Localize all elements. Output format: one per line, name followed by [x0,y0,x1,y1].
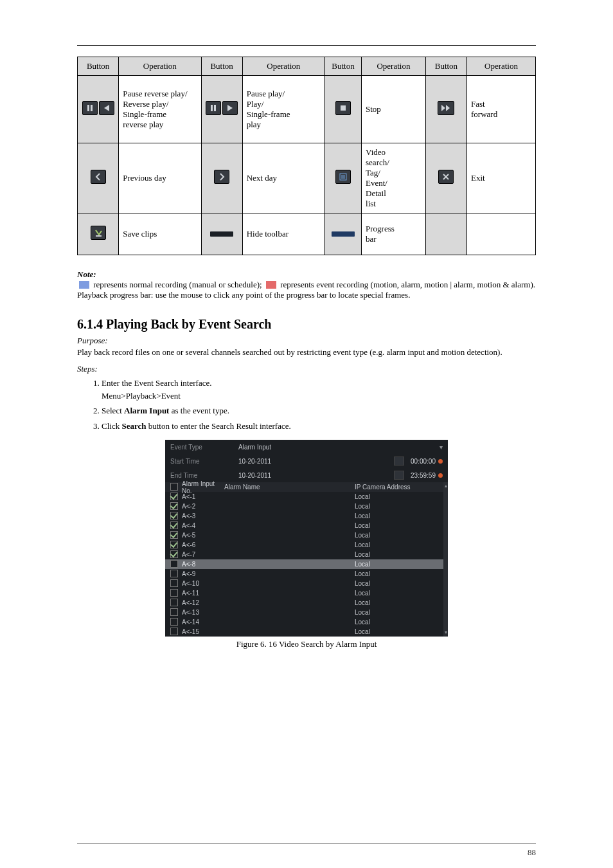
ip-address: Local [355,590,438,597]
table-row[interactable]: A<-1Local [165,492,443,502]
reverse-play-icon[interactable] [99,101,114,115]
ip-address: Local [355,609,438,616]
table-row[interactable]: A<-11Local [165,588,443,598]
alarm-no: A<-4 [182,522,220,529]
note-line-2: Playback progress bar: use the mouse to … [77,290,410,300]
row-checkbox[interactable] [170,618,178,626]
row-checkbox[interactable] [170,599,178,606]
row-checkbox[interactable] [170,521,178,529]
row-checkbox[interactable] [170,608,178,616]
ip-address: Local [355,619,438,626]
progress-bar-icon-cell [325,213,362,255]
select-all-checkbox[interactable] [170,483,178,491]
alarm-no: A<-5 [182,532,220,539]
pause-icon[interactable] [206,101,221,115]
event-type-label: Event Type [170,444,235,451]
table-row[interactable]: A<-12Local [165,598,443,608]
step-2: Select Alarm Input as the event type. [102,404,536,417]
note-line-1: represents normal recording (manual or s… [77,280,535,289]
svg-rect-3 [211,105,213,111]
row-checkbox[interactable] [170,589,178,597]
note-label: Note: [77,269,96,279]
table-row[interactable]: A<-8Local [165,559,443,569]
calendar-icon[interactable] [394,457,404,466]
alarm-no: A<-9 [182,570,220,577]
hide-toolbar-icon-cell [201,213,242,255]
end-time-label: End Time [170,472,235,479]
page-bottom-rule [77,843,536,844]
svg-marker-8 [446,105,450,111]
desc-pause-play: Pause play/ Play/ Single-frame play [242,76,324,143]
row-checkbox[interactable] [170,628,178,635]
table-row[interactable]: A<-6Local [165,540,443,550]
table-row[interactable]: A<-7Local [165,550,443,559]
table-row[interactable]: A<-15Local [165,627,443,637]
stop-icon[interactable] [335,101,351,115]
desc-detail-list: Video search/ Tag/ Event/ Detail list [362,143,426,213]
step-3: Click Search button to enter the Search … [102,420,536,433]
controls-table: Button Operation Button Operation Button… [77,57,536,255]
row-checkbox[interactable] [170,502,178,510]
ip-address: Local [355,628,438,635]
th-op-4: Operation [467,57,536,76]
clock-icon[interactable] [438,473,443,478]
table-row[interactable]: A<-4Local [165,521,443,530]
desc-next-day: Next day [242,143,324,213]
purpose-text: Play back record files on one or several… [77,347,536,357]
desc-progress-bar: Progress bar [362,213,426,255]
desc-empty [467,213,536,255]
table-row[interactable]: A<-3Local [165,511,443,521]
th-op-2: Operation [242,57,324,76]
stop-icon-cell [325,76,362,143]
close-icon[interactable] [438,170,454,184]
row-checkbox[interactable] [170,550,178,558]
row-checkbox[interactable] [170,579,178,587]
ip-address: Local [355,599,438,606]
row-checkbox[interactable] [170,560,178,568]
swatch-normal-icon [79,281,89,289]
row-checkbox[interactable] [170,541,178,548]
progress-bar-icon[interactable] [332,231,355,237]
list-icon[interactable] [335,170,351,184]
detail-list-icon-cell [325,143,362,213]
table-row[interactable]: A<-10Local [165,579,443,588]
toolbar-bar-icon[interactable] [210,231,233,237]
ip-address: Local [355,551,438,558]
th-button-2: Button [201,57,242,76]
note-block: Note: represents normal recording (manua… [77,269,536,300]
ip-address: Local [355,512,438,520]
chevron-down-icon[interactable]: ▾ [440,444,443,451]
chevron-left-icon[interactable] [91,170,106,184]
play-icon[interactable] [222,101,238,115]
steps-list: Enter the Event Search interface.Menu>Pl… [77,377,536,432]
table-row[interactable]: A<-2Local [165,502,443,511]
scroll-up-icon[interactable]: ▴ [445,484,447,489]
table-row[interactable]: A<-14Local [165,617,443,627]
row-checkbox[interactable] [170,570,178,577]
fast-forward-icon[interactable] [438,101,454,115]
row-checkbox[interactable] [170,531,178,539]
col-alarm-name: Alarm Name [224,484,351,491]
event-type-row[interactable]: Event Type Alarm Input ▾ [165,440,448,454]
table-row[interactable]: A<-13Local [165,608,443,617]
chevron-right-icon[interactable] [214,170,229,184]
table-row[interactable]: A<-5Local [165,530,443,540]
start-time-row[interactable]: Start Time 10-20-2011 00:00:00 [165,454,448,468]
ip-address: Local [355,503,438,510]
desc-exit: Exit [467,143,536,213]
table-row[interactable]: A<-9Local [165,569,443,579]
calendar-icon[interactable] [394,471,404,480]
row-checkbox[interactable] [170,493,178,500]
step-1-menu-path: Menu>Playback>Event [102,391,181,401]
pause-icon[interactable] [82,101,98,115]
scrollbar[interactable]: ▴ ▾ [443,482,448,637]
alarm-no: A<-7 [182,551,220,558]
scroll-down-icon[interactable]: ▾ [445,630,447,635]
save-clips-icon[interactable] [91,226,106,240]
row-checkbox[interactable] [170,512,178,520]
th-button-3: Button [325,57,362,76]
clock-icon[interactable] [438,459,443,464]
ip-address: Local [355,541,438,548]
section-heading: 6.1.4 Playing Back by Event Search [77,317,536,332]
desc-ffwd: Fast forward [467,76,536,143]
